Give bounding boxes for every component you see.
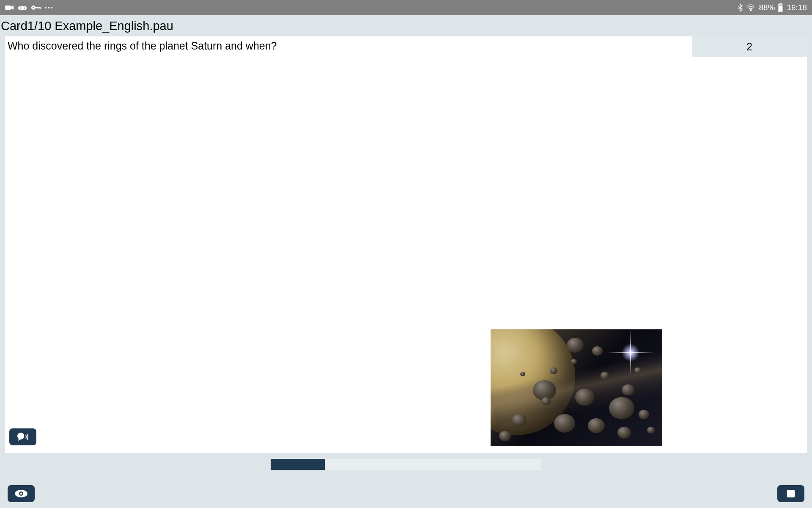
- svg-rect-1: [18, 6, 27, 10]
- speak-button[interactable]: [9, 428, 36, 445]
- svg-point-16: [17, 433, 24, 439]
- status-right: 88% 16:18: [738, 3, 807, 12]
- svg-point-12: [750, 10, 752, 11]
- saturn-rings-image: [491, 329, 662, 446]
- svg-point-11: [51, 7, 52, 8]
- more-icon: [45, 7, 52, 8]
- svg-point-10: [48, 7, 49, 8]
- bottom-buttons: [0, 485, 812, 502]
- svg-rect-20: [787, 490, 795, 497]
- svg-point-3: [24, 8, 25, 9]
- svg-point-19: [20, 493, 22, 495]
- key-icon: [31, 5, 41, 10]
- wifi-icon: [746, 4, 755, 11]
- svg-rect-8: [40, 7, 41, 9]
- battery-icon: [778, 3, 783, 12]
- progress-bar[interactable]: [271, 459, 541, 470]
- svg-point-9: [45, 7, 47, 8]
- file-name: Example_English.pau: [55, 19, 173, 33]
- stop-button[interactable]: [777, 485, 804, 502]
- side-number[interactable]: 2: [692, 36, 807, 57]
- svg-rect-15: [779, 6, 783, 11]
- svg-rect-7: [38, 7, 39, 9]
- svg-rect-0: [5, 6, 11, 10]
- svg-point-2: [20, 8, 21, 9]
- svg-point-5: [33, 7, 34, 8]
- battery-percent: 88%: [759, 3, 775, 12]
- card-counter: Card1/10: [1, 19, 51, 33]
- card-area[interactable]: Who discovered the rings of the planet S…: [5, 36, 692, 453]
- content-wrapper: Who discovered the rings of the planet S…: [5, 36, 807, 453]
- reveal-button[interactable]: [8, 485, 35, 502]
- progress-fill: [271, 459, 325, 470]
- side-panel: 2: [692, 36, 807, 453]
- status-left-icons: [5, 5, 52, 11]
- status-bar: 88% 16:18: [0, 0, 812, 15]
- clock-time: 16:18: [787, 3, 807, 12]
- question-text: Who discovered the rings of the planet S…: [5, 36, 692, 55]
- bluetooth-icon: [738, 3, 743, 12]
- camera-icon: [5, 5, 14, 11]
- controller-icon: [18, 5, 27, 11]
- side-panel-lower: [692, 57, 807, 453]
- title-bar: Card1/10 Example_English.pau: [0, 15, 812, 36]
